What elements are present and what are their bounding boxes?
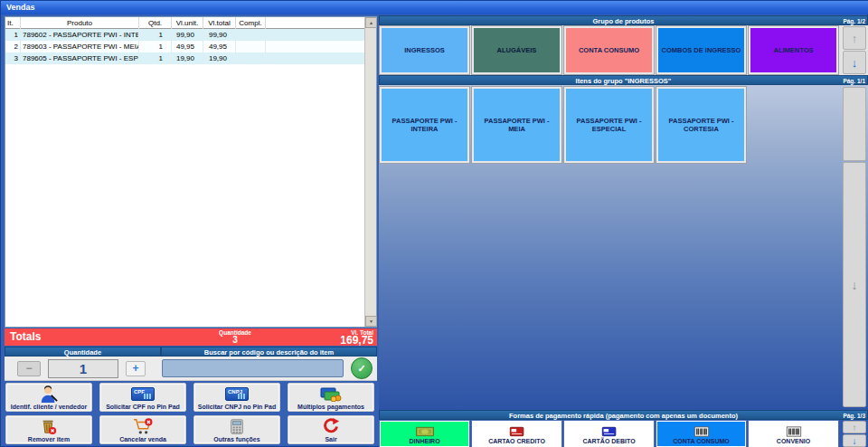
check-icon: ✓ — [357, 363, 365, 374]
cell-vl-unit: 49,95 — [172, 41, 203, 52]
down-arrow-icon: ↓ — [852, 278, 858, 292]
table-row[interactable]: 2 789603 - PASSAPORTE PWI - MEIA 1 49,95… — [5, 41, 376, 52]
col-header-vl-total: Vl.total — [203, 17, 236, 29]
cell-produto: 789602 - PASSAPORTE PWI - INTEIRA — [21, 29, 139, 41]
col-header-qtd: Qtd. — [139, 17, 172, 29]
down-arrow-icon: ↓ — [852, 56, 858, 70]
cpf-card-icon: CPF — [131, 384, 155, 404]
payment-label: CARTÃO DEBITO — [582, 438, 635, 444]
cancel-sale-button[interactable]: Cancelar venda — [99, 415, 186, 444]
col-header-vl-unit: Vl.unit. — [172, 17, 203, 29]
down-arrow-icon: ↓ — [853, 436, 857, 446]
table-scrollbar[interactable]: ▲ ▼ — [364, 17, 376, 327]
person-search-icon — [38, 384, 60, 404]
payment-button-cartao-debito[interactable]: CARTÃO DEBITO — [564, 421, 654, 447]
button-label: Múltiplos pagamentos — [297, 404, 364, 410]
col-header-it: It. — [5, 17, 21, 29]
other-functions-icon — [228, 416, 246, 436]
cell-vl-unit: 19,90 — [172, 52, 203, 64]
cell-vl-total: 99,90 — [203, 29, 236, 41]
quantity-minus-button[interactable]: − — [17, 361, 41, 376]
payment-button-conta-consumo[interactable]: CONTA CONSUMO — [656, 421, 746, 447]
cell-vl-total: 49,95 — [203, 41, 236, 52]
button-label: Solicitar CNPJ no Pin Pad — [198, 404, 276, 410]
payment-label: DINHEIRO — [409, 438, 439, 444]
item-button-passaporte-especial[interactable]: PASSAPORTE PWI - ESPECIAL — [564, 87, 654, 163]
product-groups-header: Grupo de produtos Pág. 1/2 — [379, 15, 868, 25]
totals-bar: Totals Quantidade 3 Vl. Total 169,75 — [5, 328, 377, 346]
item-button-passaporte-inteira[interactable]: PASSAPORTE PWI - INTEIRA — [380, 87, 469, 163]
button-label: Identif. cliente / vendedor — [11, 404, 87, 410]
identify-customer-button[interactable]: Identif. cliente / vendedor — [5, 383, 92, 412]
items-scroll-down-button[interactable]: ↓ — [843, 162, 866, 407]
cell-compl — [236, 29, 266, 41]
items-scroll-up-button[interactable] — [843, 87, 866, 161]
scroll-up-icon[interactable]: ▲ — [365, 17, 377, 28]
debit-card-icon — [601, 426, 618, 437]
cell-qtd: 1 — [139, 29, 172, 41]
item-button-passaporte-meia[interactable]: PASSAPORTE PWI - MEIA — [472, 87, 561, 163]
sale-items-table: It. Produto Qtd. Vl.unit. Vl.total Compl… — [5, 16, 377, 328]
col-header-compl: Compl. — [236, 17, 266, 29]
group-button-combos-de-ingresso[interactable]: COMBOS DE INGRESSO — [656, 26, 746, 74]
button-label: Remover item — [28, 436, 70, 442]
remove-item-icon — [39, 416, 59, 436]
cnpj-card-icon: CNPJ — [225, 384, 249, 404]
cell-qtd: 1 — [139, 52, 172, 64]
button-label: Cancelar venda — [119, 436, 166, 442]
search-confirm-button[interactable]: ✓ — [351, 357, 373, 379]
cell-compl — [236, 52, 266, 64]
cell-produto: 789603 - PASSAPORTE PWI - MEIA — [21, 41, 139, 52]
payments-scroll-up-button[interactable]: ↑ — [843, 421, 866, 433]
cell-vl-unit: 99,90 — [172, 29, 203, 41]
item-button-passaporte-cortesia[interactable]: PASSAPORTE PWI - CORTESIA — [656, 87, 746, 163]
totals-value: 169,75 — [340, 334, 373, 347]
barcode-icon — [786, 426, 802, 437]
button-label: Solicitar CPF no Pin Pad — [106, 404, 180, 410]
exit-button[interactable]: Sair — [288, 415, 374, 444]
groups-scroll-up-button[interactable]: ↑ — [843, 26, 866, 50]
totals-label: Totals — [10, 330, 41, 343]
quantity-section-header: Quantidade — [5, 347, 161, 357]
exit-icon — [322, 416, 340, 436]
cell-it: 1 — [5, 29, 21, 41]
groups-scroll-down-button[interactable]: ↓ — [843, 51, 866, 74]
vendas-window: Vendas It. Produto Qtd. Vl.unit. Vl.tota… — [0, 0, 868, 447]
scroll-down-icon[interactable]: ▼ — [365, 316, 377, 327]
table-row[interactable]: 3 789605 - PASSAPORTE PWI - ESPECIAL 1 1… — [5, 52, 376, 64]
barcode-icon — [693, 426, 710, 437]
payment-button-convenio[interactable]: CONVENIO — [749, 421, 838, 447]
payment-methods-header: Formas de pagamento rápida (pagamento co… — [379, 410, 868, 420]
search-input[interactable] — [162, 359, 344, 377]
cell-vl-total: 19,90 — [203, 52, 236, 64]
money-icon — [415, 426, 435, 437]
cell-it: 2 — [5, 41, 21, 52]
remove-item-button[interactable]: Remover item — [5, 415, 92, 444]
cancel-sale-icon — [132, 416, 154, 436]
request-cnpj-pinpad-button[interactable]: CNPJ Solicitar CNPJ no Pin Pad — [193, 383, 280, 412]
button-label: Sair — [325, 436, 336, 442]
payments-scroll-down-button[interactable]: ↓ — [843, 434, 866, 447]
request-cpf-pinpad-button[interactable]: CPF Solicitar CPF no Pin Pad — [99, 383, 186, 412]
table-row[interactable]: 1 789602 - PASSAPORTE PWI - INTEIRA 1 99… — [5, 29, 376, 41]
window-title: Vendas — [6, 3, 35, 12]
payment-label: CONVENIO — [777, 438, 810, 444]
col-header-produto: Produto — [21, 17, 139, 29]
group-button-ingressos[interactable]: INGRESSOS — [380, 26, 469, 74]
group-button-conta-consumo[interactable]: CONTA CONSUMO — [564, 26, 654, 74]
payment-button-dinheiro[interactable]: DINHEIRO — [380, 421, 469, 447]
quantity-plus-button[interactable]: + — [126, 361, 146, 376]
totals-quantity-value: 3 — [185, 335, 285, 345]
cell-it: 3 — [5, 52, 21, 64]
group-button-alimentos[interactable]: ALIMENTOS — [749, 26, 838, 74]
group-button-alugaveis[interactable]: ALUGÁVEIS — [472, 26, 561, 74]
other-functions-button[interactable]: Outras funções — [193, 415, 280, 444]
credit-card-icon — [509, 426, 525, 437]
multiple-payments-button[interactable]: Múltiplos pagamentos — [288, 383, 374, 412]
cell-qtd: 1 — [139, 41, 172, 52]
up-arrow-icon: ↑ — [853, 423, 857, 433]
cell-compl — [236, 41, 266, 52]
multiple-payments-icon — [319, 384, 343, 404]
payment-label: CONTA CONSUMO — [673, 438, 730, 444]
payment-button-cartao-credito[interactable]: CARTAO CREDITO — [472, 421, 561, 447]
